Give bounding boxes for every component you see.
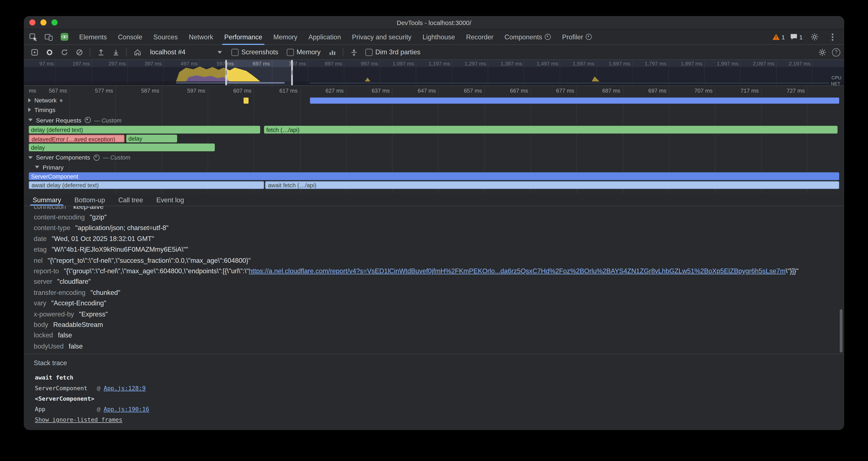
chevron-down-icon	[218, 51, 222, 54]
collapse-tracks-icon[interactable]	[347, 46, 360, 58]
perf-entry-delayed-error[interactable]: delayedError (…ayed exception)	[29, 135, 125, 142]
tab-sources[interactable]: Sources	[148, 29, 183, 44]
tab-recorder[interactable]: Recorder	[461, 29, 499, 44]
ruler-tick-label: 687 ms	[602, 88, 620, 94]
history-select[interactable]: localhost #4	[146, 48, 226, 56]
report-url-link[interactable]: https://a.nel.cloudflare.com/report/v4?s…	[249, 267, 786, 275]
tab-privacy-and-security[interactable]: Privacy and security	[346, 29, 417, 44]
frame-at: @	[97, 405, 100, 412]
header-value: "W/\"4b1-RjEJloX9kRinu6F0MAZMmy6E5iA\""	[52, 246, 188, 253]
scrollbar-thumb[interactable]	[840, 309, 843, 352]
track-group-server-requests[interactable]: Server Requests — Custom	[24, 115, 844, 125]
perf-entry-delay-deferred[interactable]: delay (deferred text)	[29, 126, 260, 134]
perf-entry-server-component[interactable]: ServerComponent	[29, 172, 839, 180]
timeline-overview[interactable]: 97 ms197 ms297 ms397 ms497 ms597 ms697 m…	[24, 60, 844, 86]
ruler-tick-label: 597 ms	[187, 88, 205, 94]
header-row: server"cloudflare"	[24, 277, 844, 287]
response-headers-list: connection"keep-alive"content-encoding"g…	[24, 206, 844, 351]
extension-badge-icon	[545, 34, 551, 40]
save-profile-button[interactable]	[109, 46, 122, 58]
window-right-handle[interactable]	[291, 60, 293, 85]
header-value: "application/json; charset=utf-8"	[75, 224, 168, 232]
tab-call-tree[interactable]: Call tree	[112, 194, 150, 205]
tab-performance[interactable]: Performance	[219, 29, 268, 44]
show-ignore-listed-link[interactable]: Show ignore-listed frames	[35, 416, 122, 423]
perf-entry-fetch-api[interactable]: fetch (…/api)	[264, 126, 837, 134]
header-row: x-powered-by"Express"	[24, 309, 844, 319]
warning-icon	[772, 33, 780, 40]
tab-summary[interactable]: Summary	[26, 194, 68, 205]
track-timings-label[interactable]: Timings	[34, 107, 56, 113]
window-left-handle[interactable]	[225, 60, 227, 85]
expand-arrow-icon[interactable]	[28, 108, 31, 112]
expand-arrow-icon[interactable]	[28, 98, 31, 103]
load-profile-button[interactable]	[94, 46, 107, 58]
more-options-icon[interactable]	[826, 31, 839, 43]
header-value: "cloudflare"	[57, 278, 91, 286]
tracks: Network Timings Server Requests — Custom	[24, 96, 844, 190]
source-location-link[interactable]: App.js:190:16	[104, 405, 149, 412]
help-icon[interactable]	[832, 48, 840, 56]
stack-frame: App@App.js:190:16	[34, 403, 844, 414]
collapse-arrow-icon[interactable]	[28, 156, 33, 159]
tab-console[interactable]: Console	[112, 29, 148, 44]
perf-entry-delay[interactable]: delay	[29, 143, 215, 151]
ruler-tick-label: 607 ms	[233, 88, 251, 94]
ruler-tick-label: 707 ms	[694, 88, 713, 94]
screenshots-checkbox[interactable]	[231, 49, 239, 56]
tab-profiler[interactable]: Profiler	[557, 29, 598, 44]
capture-settings-gear-icon[interactable]	[815, 46, 829, 58]
network-request-block[interactable]	[244, 97, 248, 104]
ruler-tick-label: 577 ms	[95, 88, 113, 94]
react-devtools-icon[interactable]	[58, 31, 71, 43]
ruler-tick-label: 647 ms	[418, 88, 436, 94]
collapse-arrow-icon[interactable]	[28, 119, 33, 121]
tab-application[interactable]: Application	[303, 29, 346, 44]
track-group-server-components[interactable]: Server Components — Custom	[24, 152, 844, 163]
perf-entry-await-fetch[interactable]: await fetch (…/api)	[265, 181, 839, 189]
network-request-bar[interactable]	[310, 97, 839, 104]
memory-toggle: Memory	[287, 48, 320, 56]
performance-toolbar: localhost #4 Screenshots Memory Dim 3rd …	[24, 45, 844, 60]
tab-bottom-up[interactable]: Bottom-up	[68, 194, 112, 205]
toolbar-separator	[343, 48, 343, 56]
source-location-link[interactable]: App.js:128:9	[104, 384, 146, 391]
track-subgroup-primary[interactable]: Primary	[24, 162, 844, 172]
tab-event-log[interactable]: Event log	[150, 194, 191, 205]
window-title: DevTools - localhost:3000/	[397, 19, 471, 26]
clear-recording-button[interactable]	[73, 46, 86, 58]
warnings-badge[interactable]: 1	[772, 33, 785, 40]
header-value: "Express"	[79, 310, 107, 318]
close-window-button[interactable]	[29, 20, 35, 26]
memory-checkbox[interactable]	[287, 49, 294, 56]
reload-and-record-button[interactable]	[58, 46, 71, 58]
live-metrics-home-button[interactable]	[131, 46, 144, 58]
messages-badge[interactable]: 1	[790, 33, 803, 40]
dim-third-parties-checkbox[interactable]	[366, 49, 373, 56]
header-name: date	[34, 235, 47, 243]
device-toolbar-icon[interactable]	[42, 31, 55, 43]
dim-third-parties-toggle: Dim 3rd parties	[366, 48, 421, 56]
tab-memory[interactable]: Memory	[268, 29, 303, 44]
tab-network[interactable]: Network	[183, 29, 219, 44]
track-config-dot-icon[interactable]	[60, 99, 63, 102]
settings-gear-icon[interactable]	[808, 31, 821, 43]
perf-entry-await-delay[interactable]: await delay (deferred text)	[29, 181, 264, 189]
perf-entry-delay[interactable]: delay	[126, 135, 177, 142]
collapse-arrow-icon[interactable]	[35, 166, 39, 169]
history-sidebar-button[interactable]	[28, 46, 41, 58]
statistics-icon[interactable]	[326, 46, 339, 58]
tab-components[interactable]: Components	[499, 29, 557, 44]
zoom-window-button[interactable]	[52, 20, 58, 26]
header-row: vary"Accept-Encoding"	[24, 298, 844, 309]
inspect-element-icon[interactable]	[27, 31, 40, 43]
ruler-tick-label: 657 ms	[464, 88, 482, 94]
tab-elements[interactable]: Elements	[74, 29, 113, 44]
minimize-window-button[interactable]	[40, 20, 46, 26]
tab-lighthouse[interactable]: Lighthouse	[417, 29, 461, 44]
record-button[interactable]	[43, 46, 56, 58]
traffic-lights	[29, 20, 58, 26]
track-network-label[interactable]: Network	[34, 97, 57, 104]
frame-at: @	[97, 384, 100, 391]
header-value: ReadableStream	[53, 321, 103, 329]
